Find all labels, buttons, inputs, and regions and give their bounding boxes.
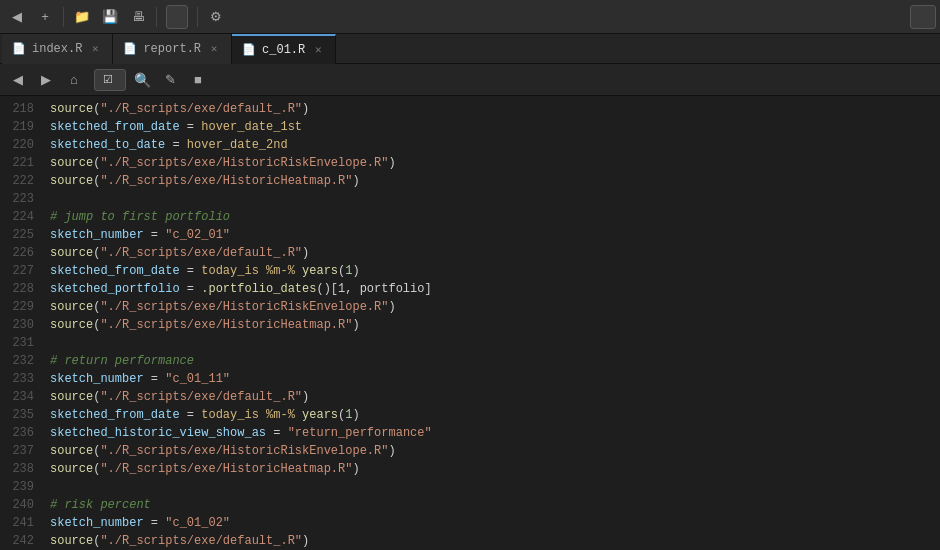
tabs-bar: 📄 index.R ✕ 📄 report.R ✕ 📄 c_01.R ✕ (0, 34, 940, 64)
line-number: 223 (0, 190, 34, 208)
save-button[interactable]: 💾 (97, 4, 123, 30)
line-number: 234 (0, 388, 34, 406)
tab-label-report: report.R (143, 42, 201, 56)
line-number: 219 (0, 118, 34, 136)
line-number: 221 (0, 154, 34, 172)
code-line: source("./R_scripts/exe/default_.R") (50, 100, 940, 118)
code-line: # return performance (50, 352, 940, 370)
line-number: 222 (0, 172, 34, 190)
line-number: 241 (0, 514, 34, 532)
line-number: 225 (0, 226, 34, 244)
tab-icon-index: 📄 (12, 42, 26, 55)
tab-icon-report: 📄 (123, 42, 137, 55)
stop-button[interactable]: ■ (186, 68, 210, 92)
code-line: sketched_from_date = hover_date_1st (50, 118, 940, 136)
code-line: sketched_to_date = hover_date_2nd (50, 136, 940, 154)
search-button[interactable]: 🔍 (130, 68, 154, 92)
run-section (910, 5, 936, 29)
code-line (50, 190, 940, 208)
code-line: sketch_number = "c_01_11" (50, 370, 940, 388)
tab-icon-c01: 📄 (242, 43, 256, 56)
addins-button[interactable] (910, 5, 936, 29)
code-area: 2182192202212222232242252262272282292302… (0, 96, 940, 550)
tab-c01[interactable]: 📄 c_01.R ✕ (232, 34, 336, 64)
line-number: 224 (0, 208, 34, 226)
code-content[interactable]: source("./R_scripts/exe/default_.R")sket… (42, 96, 940, 550)
tab-close-report[interactable]: ✕ (207, 42, 221, 56)
code-line: sketch_number = "c_02_01" (50, 226, 940, 244)
line-number: 226 (0, 244, 34, 262)
line-number: 239 (0, 478, 34, 496)
code-line: sketched_historic_view_show_as = "return… (50, 424, 940, 442)
line-number: 233 (0, 370, 34, 388)
format-button[interactable]: ✎ (158, 68, 182, 92)
code-line: sketched_from_date = today_is %m-% years… (50, 262, 940, 280)
tab-index[interactable]: 📄 index.R ✕ (2, 34, 113, 64)
code-line (50, 478, 940, 496)
line-number: 240 (0, 496, 34, 514)
line-number: 236 (0, 424, 34, 442)
secondary-toolbar: ◀ ▶ ⌂ ☑ 🔍 ✎ ■ (0, 64, 940, 96)
back-button[interactable]: ◀ (4, 4, 30, 30)
code-line: sketched_portfolio = .portfolio_dates()[… (50, 280, 940, 298)
source-on-save-button[interactable]: ☑ (94, 69, 126, 91)
goto-file-button[interactable] (166, 5, 188, 29)
options-button[interactable]: ⚙ (203, 4, 229, 30)
line-number: 235 (0, 406, 34, 424)
line-number: 238 (0, 460, 34, 478)
main-toolbar: ◀ + 📁 💾 🖶 ⚙ (0, 0, 940, 34)
code-line (50, 334, 940, 352)
line-number: 220 (0, 136, 34, 154)
separator-3 (197, 7, 198, 27)
open-button[interactable]: 📁 (69, 4, 95, 30)
line-number: 218 (0, 100, 34, 118)
separator-1 (63, 7, 64, 27)
line-number: 237 (0, 442, 34, 460)
code-line: source("./R_scripts/exe/default_.R") (50, 532, 940, 550)
line-number: 228 (0, 280, 34, 298)
code-line: source("./R_scripts/exe/HistoricRiskEnve… (50, 442, 940, 460)
code-line: source("./R_scripts/exe/HistoricHeatmap.… (50, 316, 940, 334)
tab-label-index: index.R (32, 42, 82, 56)
separator-2 (156, 7, 157, 27)
nav-back-button[interactable]: ◀ (6, 68, 30, 92)
code-line: source("./R_scripts/exe/default_.R") (50, 388, 940, 406)
code-line: source("./R_scripts/exe/HistoricHeatmap.… (50, 460, 940, 478)
tab-close-index[interactable]: ✕ (88, 42, 102, 56)
line-numbers: 2182192202212222232242252262272282292302… (0, 96, 42, 550)
code-line: # risk percent (50, 496, 940, 514)
line-number: 231 (0, 334, 34, 352)
code-line: sketched_from_date = today_is %m-% years… (50, 406, 940, 424)
source-on-save-checkbox[interactable]: ☑ (103, 73, 113, 86)
line-number: 230 (0, 316, 34, 334)
code-line: source("./R_scripts/exe/HistoricHeatmap.… (50, 172, 940, 190)
line-number: 232 (0, 352, 34, 370)
new-file-button[interactable]: + (32, 4, 58, 30)
code-line: source("./R_scripts/exe/HistoricRiskEnve… (50, 154, 940, 172)
tab-label-c01: c_01.R (262, 43, 305, 57)
code-line: source("./R_scripts/exe/default_.R") (50, 244, 940, 262)
code-line: sketch_number = "c_01_02" (50, 514, 940, 532)
code-line: # jump to first portfolio (50, 208, 940, 226)
nav-forward-button[interactable]: ▶ (34, 68, 58, 92)
tab-close-c01[interactable]: ✕ (311, 43, 325, 57)
code-line: source("./R_scripts/exe/HistoricRiskEnve… (50, 298, 940, 316)
tab-report[interactable]: 📄 report.R ✕ (113, 34, 232, 64)
line-number: 229 (0, 298, 34, 316)
nav-home-button[interactable]: ⌂ (62, 68, 86, 92)
line-number: 242 (0, 532, 34, 550)
print-button[interactable]: 🖶 (125, 4, 151, 30)
line-number: 227 (0, 262, 34, 280)
